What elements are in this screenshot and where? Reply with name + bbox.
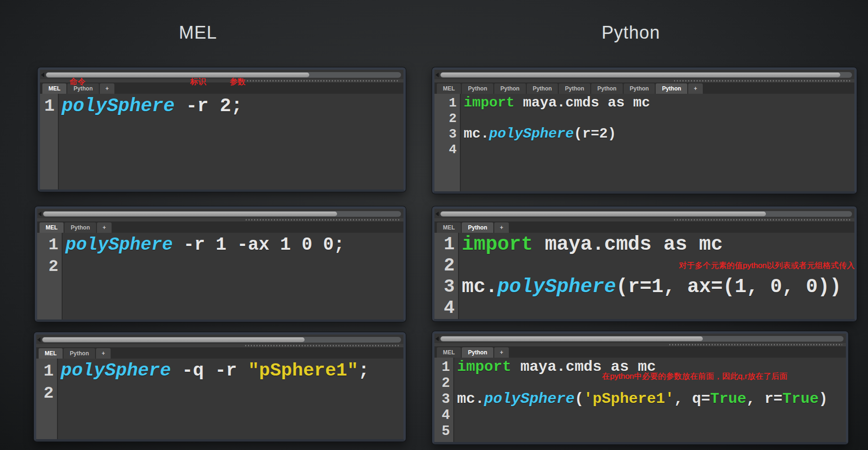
scroll-left-arrow-icon[interactable]	[41, 73, 44, 77]
new-tab-button[interactable]: +	[96, 348, 111, 359]
new-tab-button[interactable]: +	[100, 83, 114, 94]
code-token: polySphere	[484, 390, 575, 408]
horizontal-scrollbar[interactable]	[46, 72, 401, 78]
tab-python[interactable]: Python	[462, 83, 493, 94]
code-token: import	[457, 358, 511, 376]
code-token: maya.cmds as mc	[514, 95, 650, 111]
scrollbar-texture	[674, 219, 851, 221]
code-line: 3mc.polySphere(r=1, ax=(1, 0, 0))	[434, 277, 854, 298]
annotation-arg-order-note: 在python中必要的参数放在前面，因此q,r放在了后面	[602, 371, 788, 382]
line-number: 1	[37, 234, 62, 256]
scroll-left-arrow-icon[interactable]	[435, 73, 439, 77]
code-text	[453, 375, 457, 391]
code-text	[453, 423, 457, 439]
new-tab-button[interactable]: +	[97, 222, 112, 233]
scroll-left-arrow-icon[interactable]	[38, 212, 41, 216]
tab-python[interactable]: Python	[64, 222, 96, 233]
code-line: 4	[434, 142, 854, 157]
code-token: maya.cmds as mc	[533, 233, 723, 256]
tab-mel[interactable]: MEL	[437, 347, 461, 358]
code-token: polySphere	[62, 96, 175, 117]
horizontal-scrollbar[interactable]	[440, 211, 852, 217]
tab-python[interactable]: Python	[462, 347, 493, 358]
tab-bar: MELPython+	[36, 347, 403, 359]
tab-python[interactable]: Python	[527, 83, 558, 94]
tab-python[interactable]: Python	[462, 222, 493, 233]
scrollbar-row	[434, 334, 846, 343]
code-token: True	[710, 390, 747, 408]
horizontal-scrollbar[interactable]	[440, 72, 852, 78]
tab-bar: MELPython+	[40, 82, 403, 94]
code-text	[458, 298, 462, 319]
tab-mel[interactable]: MEL	[40, 222, 64, 233]
tab-mel[interactable]: MEL	[39, 348, 63, 359]
tab-python[interactable]: Python	[494, 83, 526, 94]
line-number: 2	[36, 382, 57, 404]
tab-mel[interactable]: MEL	[437, 222, 461, 233]
code-token: ;	[358, 360, 369, 381]
scrollbar-sub-strip	[37, 218, 403, 221]
tab-bar: MELPython+	[434, 346, 846, 358]
code-token: (r=1, ax=(1, 0, 0))	[616, 276, 842, 298]
tab-bar: MELPython+	[434, 221, 854, 233]
line-number: 1	[434, 234, 458, 255]
tab-python[interactable]: Python	[624, 83, 655, 94]
code-area[interactable]: 1polySphere -r 2;	[40, 94, 403, 189]
scrollbar-row	[40, 70, 403, 79]
line-number: 2	[434, 111, 460, 126]
scrollbar-thumb[interactable]	[43, 212, 337, 216]
code-line: 1polySphere -q -r "pSphere1";	[36, 360, 403, 382]
scrollbar-texture	[247, 80, 400, 82]
code-text: polySphere -r 1 -ax 1 0 0;	[62, 234, 345, 256]
line-number: 3	[434, 391, 453, 407]
code-token: mc.	[457, 390, 484, 408]
horizontal-scrollbar[interactable]	[440, 336, 844, 342]
scroll-left-arrow-icon[interactable]	[37, 337, 40, 342]
scroll-left-arrow-icon[interactable]	[435, 212, 439, 216]
code-text	[57, 382, 61, 404]
script-editor-panel-mel-top: MELPython+1polySphere -r 2;	[38, 67, 406, 192]
script-editor-panel-py-bot: MELPython+1import maya.cmds as mc23mc.po…	[432, 331, 848, 444]
code-area[interactable]: 1import maya.cmds as mc23mc.polySphere(r…	[434, 233, 854, 319]
code-text	[62, 256, 65, 278]
scrollbar-thumb[interactable]	[42, 337, 305, 342]
code-token: polySphere	[61, 360, 171, 381]
tab-python[interactable]: Python	[656, 83, 687, 94]
scrollbar-thumb[interactable]	[441, 212, 766, 216]
code-area[interactable]: 1polySphere -q -r "pSphere1";2	[36, 359, 403, 439]
scrollbar-thumb[interactable]	[441, 336, 703, 341]
code-text: import maya.cmds as mc	[458, 234, 723, 255]
line-number: 4	[434, 142, 460, 157]
horizontal-scrollbar[interactable]	[43, 211, 401, 217]
code-line: 5	[434, 423, 846, 439]
scrollbar-texture	[245, 345, 400, 346]
code-area[interactable]: 1polySphere -r 1 -ax 1 0 0;2	[37, 233, 403, 319]
scroll-left-arrow-icon[interactable]	[435, 336, 439, 341]
code-token: -r 2;	[175, 96, 242, 117]
horizontal-scrollbar[interactable]	[42, 337, 401, 343]
code-token: polySphere	[489, 126, 574, 142]
new-tab-button[interactable]: +	[494, 222, 509, 233]
new-tab-button[interactable]: +	[494, 347, 509, 358]
code-text	[460, 142, 464, 157]
tab-python[interactable]: Python	[591, 83, 623, 94]
annotation-parameter-label: 参数	[230, 76, 246, 87]
tab-python[interactable]: Python	[64, 348, 95, 359]
code-text	[453, 407, 457, 423]
tab-python[interactable]: Python	[559, 83, 590, 94]
tab-mel[interactable]: MEL	[42, 83, 66, 94]
scrollbar-sub-strip	[434, 218, 854, 221]
scrollbar-sub-strip	[40, 79, 403, 82]
new-tab-button[interactable]: +	[688, 83, 703, 94]
code-text: mc.polySphere(r=1, ax=(1, 0, 0))	[458, 277, 842, 298]
code-area[interactable]: 1import maya.cmds as mc23mc.polySphere(r…	[434, 94, 854, 191]
scrollbar-thumb[interactable]	[441, 73, 840, 77]
script-editor-panel-mel-bot: MELPython+1polySphere -q -r "pSphere1";2	[34, 332, 406, 442]
code-area[interactable]: 1import maya.cmds as mc23mc.polySphere('…	[434, 358, 846, 442]
line-number: 3	[434, 277, 458, 298]
code-token: -r 1 -ax 1 0 0;	[173, 235, 345, 255]
code-text: mc.polySphere(r=2)	[460, 126, 616, 142]
tab-mel[interactable]: MEL	[437, 83, 461, 94]
code-line: 2	[434, 111, 854, 126]
code-text: polySphere -r 2;	[58, 95, 242, 117]
